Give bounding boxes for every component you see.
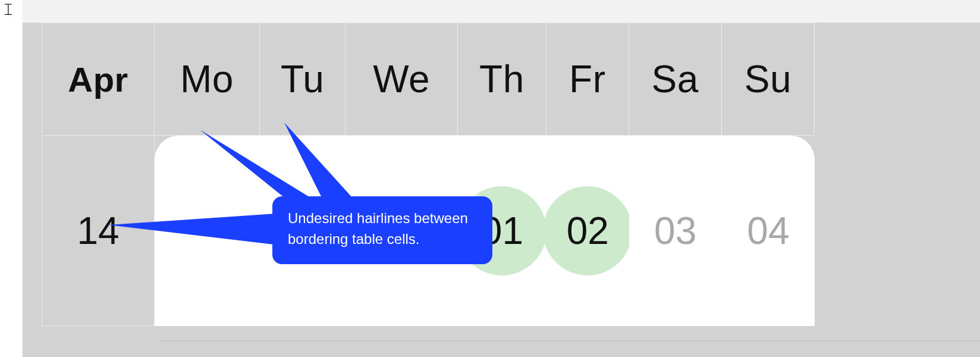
left-margin (0, 0, 23, 357)
day-cell-sa[interactable]: 03 (629, 136, 722, 326)
toolbar (23, 0, 980, 23)
week-number[interactable]: 14 (42, 136, 155, 326)
day-cell-su[interactable]: 04 (722, 136, 815, 326)
day-header-tu: Tu (260, 23, 346, 136)
text-cursor-icon: 𝙸 (2, 0, 14, 20)
day-header-th: Th (458, 23, 546, 136)
day-number: 02 (546, 209, 629, 253)
row-divider (159, 340, 980, 342)
calendar-header-row: Apr Mo Tu We Th Fr Sa Su (42, 23, 815, 136)
day-number: 04 (722, 209, 815, 253)
day-cell-mo[interactable] (155, 136, 260, 326)
day-cell-fr[interactable]: 02 (546, 136, 629, 326)
annotation-callout[interactable]: Undesired hairlines between bordering ta… (272, 196, 492, 264)
day-background (155, 136, 260, 326)
app-root: 𝙸 Apr Mo Tu We Th Fr Sa Su 14 (0, 0, 980, 357)
month-header[interactable]: Apr (42, 23, 155, 136)
main-area: Apr Mo Tu We Th Fr Sa Su 14 (23, 0, 980, 357)
day-header-we: We (345, 23, 457, 136)
day-header-mo: Mo (155, 23, 260, 136)
calendar-table: Apr Mo Tu We Th Fr Sa Su 14 (42, 23, 815, 326)
day-header-su: Su (722, 23, 815, 136)
day-header-sa: Sa (629, 23, 722, 136)
annotation-text: Undesired hairlines between bordering ta… (288, 210, 468, 247)
calendar-container: Apr Mo Tu We Th Fr Sa Su 14 (23, 23, 980, 357)
day-header-fr: Fr (546, 23, 629, 136)
day-number: 03 (629, 209, 722, 253)
